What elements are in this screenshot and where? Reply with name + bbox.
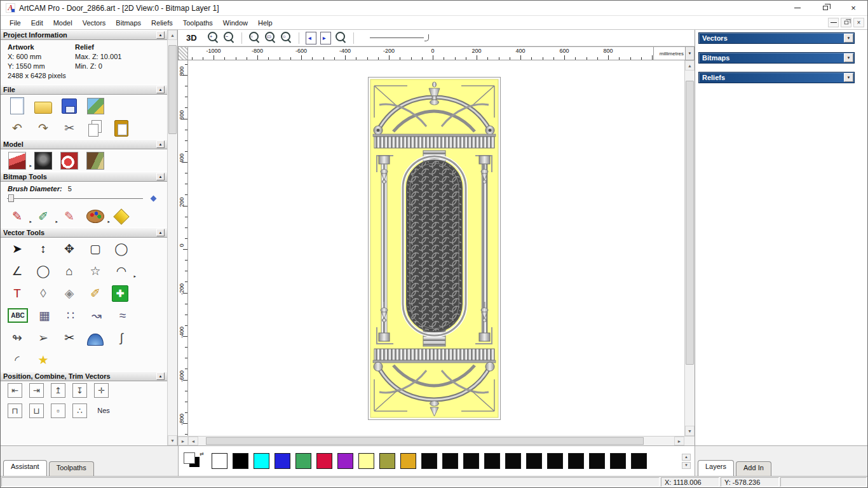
- adjust-model-icon[interactable]: [34, 151, 53, 170]
- flyout-arrow-icon[interactable]: ▸: [29, 163, 32, 168]
- menu-edit[interactable]: Edit: [26, 18, 48, 28]
- brush-diameter-slider[interactable]: [6, 194, 161, 203]
- restore-button[interactable]: [811, 1, 839, 15]
- zoom-window-icon[interactable]: ▫: [248, 31, 261, 44]
- align-left-icon[interactable]: ⇤: [8, 383, 22, 398]
- paste-along-curve-icon[interactable]: ↝: [87, 306, 106, 325]
- palette-swatch-13[interactable]: [484, 453, 500, 469]
- toggle-3d-view-button[interactable]: 3D: [183, 32, 200, 43]
- canvas-horizontal-scrollbar[interactable]: ► ◄ ►: [178, 436, 695, 445]
- panel-header-bitmaps[interactable]: Bitmaps▼: [698, 52, 855, 64]
- paint-brush-icon[interactable]: ✎▸: [8, 207, 27, 226]
- scroll-down-icon[interactable]: ▼: [168, 435, 177, 445]
- tab-add-in[interactable]: Add In: [736, 461, 771, 476]
- palette-swatch-12[interactable]: [463, 453, 479, 469]
- section-header-model[interactable]: Model ▲: [1, 139, 167, 149]
- zoom-fit-icon[interactable]: ▭: [264, 31, 277, 44]
- create-ellipse-icon[interactable]: ◯: [34, 262, 53, 280]
- dropdown-arrow-icon[interactable]: ▼: [685, 47, 694, 60]
- transform-vectors-icon[interactable]: ✥: [60, 240, 79, 258]
- scrollbar-thumb[interactable]: [206, 437, 644, 445]
- colour-palette-icon[interactable]: ▸: [86, 207, 105, 226]
- scrollbar-track[interactable]: [198, 437, 674, 445]
- next-bitmap-layer-icon[interactable]: ▸: [320, 32, 331, 44]
- texture-relief-icon[interactable]: [86, 151, 105, 170]
- offset-vectors-icon[interactable]: ◈: [60, 284, 79, 302]
- scroll-left-icon[interactable]: ◄: [188, 437, 198, 445]
- nest-dots-icon[interactable]: ∷: [61, 306, 80, 325]
- join-vectors-icon[interactable]: ↬: [8, 329, 27, 347]
- palette-swatch-17[interactable]: [568, 453, 584, 469]
- pane-splitter-icon[interactable]: ►: [178, 437, 188, 445]
- redo-icon[interactable]: ↷: [34, 119, 53, 137]
- zoom-previous-icon[interactable]: [334, 31, 348, 44]
- cut-icon[interactable]: ✂: [60, 119, 79, 137]
- menu-toolpaths[interactable]: Toolpaths: [178, 18, 218, 28]
- scroll-down-icon[interactable]: ▼: [685, 426, 695, 436]
- scroll-up-icon[interactable]: ▲: [168, 30, 177, 40]
- panel-header-reliefs[interactable]: Reliefs▼: [698, 72, 855, 83]
- palette-swatch-8[interactable]: [379, 453, 395, 469]
- canvas-2d-view[interactable]: [188, 60, 684, 436]
- measure-icon[interactable]: ✐: [86, 284, 105, 302]
- spline-edit-icon[interactable]: ∫: [112, 329, 131, 347]
- scrollbar-thumb[interactable]: [168, 45, 177, 134]
- close-button[interactable]: ×: [839, 1, 867, 15]
- paste-icon[interactable]: [112, 119, 131, 137]
- draw-colour-icon[interactable]: ✎: [60, 207, 79, 226]
- copy-icon[interactable]: [86, 119, 105, 137]
- mdi-minimize-button[interactable]: [828, 18, 839, 27]
- title-bar[interactable]: A ArtCAM Pro - Door_2866.art - [2D View:…: [1, 1, 867, 16]
- minimize-button[interactable]: [783, 1, 811, 15]
- menu-model[interactable]: Model: [48, 18, 78, 28]
- palette-swatch-11[interactable]: [442, 453, 458, 469]
- open-file-icon[interactable]: [34, 97, 53, 115]
- slider-track[interactable]: [7, 198, 143, 199]
- palette-swatch-9[interactable]: [400, 453, 416, 469]
- flyout-arrow-icon[interactable]: ▸: [107, 219, 110, 224]
- previous-bitmap-layer-icon[interactable]: ◂: [306, 32, 316, 44]
- create-text-icon[interactable]: T: [8, 284, 27, 302]
- measure-arrow-icon[interactable]: ➢: [34, 329, 53, 347]
- menu-file[interactable]: File: [4, 18, 26, 28]
- flood-fill-icon[interactable]: [112, 207, 131, 226]
- create-polyline-icon[interactable]: ∠: [8, 262, 27, 280]
- palette-swatch-2[interactable]: [254, 453, 269, 469]
- collapse-section-icon[interactable]: ▲: [156, 140, 165, 148]
- paint-selective-icon[interactable]: ✐▸: [34, 207, 53, 226]
- create-circle-icon[interactable]: ◯: [112, 240, 131, 258]
- combine-union-icon[interactable]: ⊓: [8, 403, 22, 418]
- create-star-icon[interactable]: ☆: [86, 262, 105, 280]
- palette-swatch-18[interactable]: [589, 453, 605, 469]
- collapse-section-icon[interactable]: ▲: [156, 86, 165, 93]
- combine-subtract-icon[interactable]: ⊔: [29, 403, 44, 418]
- menu-help[interactable]: Help: [253, 18, 278, 28]
- palette-swatch-20[interactable]: [631, 453, 647, 469]
- panel-dropdown-icon[interactable]: ▼: [844, 53, 853, 62]
- convert-text-icon[interactable]: ABC: [8, 308, 28, 323]
- menu-window[interactable]: Window: [218, 18, 253, 28]
- palette-swatch-5[interactable]: [316, 453, 332, 469]
- section-header-file[interactable]: File ▲: [1, 85, 167, 95]
- node-editing-icon[interactable]: ↕: [34, 240, 53, 258]
- set-model-size-icon[interactable]: ▸: [8, 151, 27, 170]
- align-bottom-icon[interactable]: ↧: [72, 383, 87, 398]
- scroll-right-icon[interactable]: ►: [674, 437, 684, 445]
- panel-header-vectors[interactable]: Vectors▼: [698, 32, 855, 44]
- line-width-slider[interactable]: [370, 37, 424, 38]
- create-polygon-icon[interactable]: ⌂: [60, 262, 79, 280]
- section-header-vector-tools[interactable]: Vector Tools ▲: [1, 227, 167, 238]
- horizontal-ruler[interactable]: -1000-800-600-400-2000200400600800: [188, 46, 654, 60]
- panel-dropdown-icon[interactable]: ▼: [844, 73, 853, 82]
- flyout-arrow-icon[interactable]: ▸: [55, 219, 58, 224]
- vertical-ruler[interactable]: 8006004002000-200-400-600-800: [178, 60, 188, 436]
- scrollbar-track[interactable]: [685, 71, 695, 426]
- mdi-close-button[interactable]: ×: [853, 18, 864, 27]
- nesting-icon[interactable]: Nes: [94, 402, 113, 420]
- section-header-position-combine-trim[interactable]: Position, Combine, Trim Vectors ▲: [1, 371, 167, 381]
- collapse-section-icon[interactable]: ▲: [156, 372, 165, 380]
- tab-layers[interactable]: Layers: [698, 460, 734, 476]
- extrude-dome-icon[interactable]: [86, 329, 105, 347]
- palette-swatch-10[interactable]: [421, 453, 437, 469]
- flyout-arrow-icon[interactable]: ▸: [133, 274, 136, 278]
